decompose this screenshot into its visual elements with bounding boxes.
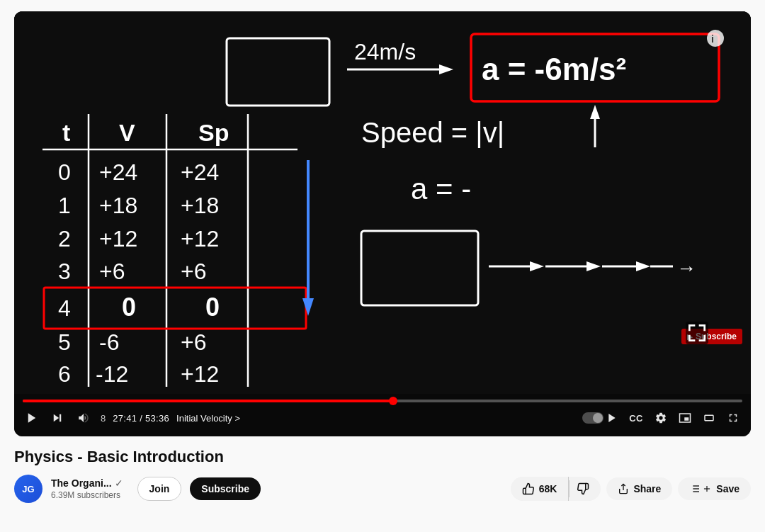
svg-text:0: 0 <box>58 159 71 185</box>
svg-text:+12: +12 <box>181 361 219 387</box>
chapter-arrow: > <box>234 413 240 424</box>
svg-text:-6: -6 <box>99 329 119 355</box>
volume-level: 8 <box>101 413 106 424</box>
svg-text:+18: +18 <box>99 193 137 218</box>
video-player: t V Sp 0 +24 +24 1 +18 +18 2 +12 +12 3 +… <box>14 11 751 436</box>
actions-right: 68K Share <box>511 477 751 501</box>
svg-marker-54 <box>54 414 60 422</box>
svg-text:V: V <box>119 119 135 146</box>
expand-icon[interactable] <box>686 322 708 344</box>
theater-button[interactable] <box>700 409 718 427</box>
dislike-button[interactable] <box>570 477 601 501</box>
svg-text:t: t <box>62 119 70 146</box>
time-display: 27:41 / 53:36 <box>113 413 169 424</box>
svg-text:-12: -12 <box>96 361 128 387</box>
total-time: 53:36 <box>145 413 169 424</box>
progress-fill <box>23 400 393 402</box>
svg-point-36 <box>707 30 724 47</box>
like-button[interactable]: 68K <box>511 477 570 501</box>
volume-button[interactable] <box>74 409 94 427</box>
share-label: Share <box>633 483 661 494</box>
channel-info: The Organi... ✓ 6.39M subscribers <box>51 477 123 500</box>
video-title: Physics - Basic Introduction <box>14 448 751 466</box>
svg-text:+18: +18 <box>181 193 219 218</box>
svg-text:6: 6 <box>58 361 71 387</box>
miniplayer-button[interactable] <box>676 409 694 427</box>
channel-name-row: The Organi... ✓ <box>51 477 123 489</box>
like-dislike-group: 68K <box>511 477 601 501</box>
svg-text:+6: +6 <box>181 329 206 355</box>
chapter-name: Initial Velocity <box>176 413 232 424</box>
svg-text:Speed = |v|: Speed = |v| <box>361 117 504 148</box>
svg-text:a = -6m/s²: a = -6m/s² <box>482 52 626 86</box>
fullscreen-button[interactable] <box>724 409 742 427</box>
svg-text:+24: +24 <box>99 159 137 185</box>
play-button[interactable] <box>23 409 41 427</box>
svg-rect-55 <box>60 414 61 422</box>
save-button[interactable]: Save <box>678 477 751 500</box>
current-time: 27:41 <box>113 413 137 424</box>
join-button[interactable]: Join <box>137 477 182 501</box>
save-label: Save <box>716 483 740 494</box>
cc-button[interactable]: CC <box>626 410 646 426</box>
svg-marker-56 <box>609 414 616 422</box>
share-button[interactable]: Share <box>606 477 672 500</box>
channel-name[interactable]: The Organi... <box>51 477 112 489</box>
svg-text:0: 0 <box>122 293 136 322</box>
channel-row: JG The Organi... ✓ 6.39M subscribers Joi… <box>14 475 751 503</box>
controls-bar: 8 27:41 / 53:36 Initial Velocity > <box>14 394 751 436</box>
svg-text:3: 3 <box>58 259 71 284</box>
controls-right: CC <box>579 409 742 427</box>
progress-bar[interactable] <box>23 400 742 402</box>
svg-text:1: 1 <box>58 193 71 218</box>
svg-text:0: 0 <box>205 293 220 322</box>
autoplay-toggle[interactable] <box>579 409 620 426</box>
svg-text:+6: +6 <box>181 259 206 284</box>
video-info: Physics - Basic Introduction JG The Orga… <box>14 436 751 509</box>
subscriber-count: 6.39M subscribers <box>51 490 123 500</box>
video-frame[interactable]: t V Sp 0 +24 +24 1 +18 +18 2 +12 +12 3 +… <box>14 11 751 394</box>
settings-button[interactable] <box>652 409 670 427</box>
verified-icon: ✓ <box>115 477 123 489</box>
svg-text:+12: +12 <box>99 226 137 251</box>
like-count: 68K <box>539 483 557 494</box>
controls-bottom: 8 27:41 / 53:36 Initial Velocity > <box>23 405 742 431</box>
skip-button[interactable] <box>48 409 67 427</box>
channel-initials: JG <box>22 484 34 494</box>
svg-text:5: 5 <box>58 329 71 355</box>
svg-text:→: → <box>676 257 696 279</box>
svg-text:2: 2 <box>58 226 71 251</box>
svg-text:4: 4 <box>58 295 71 321</box>
svg-text:a = -: a = - <box>411 172 471 205</box>
svg-text:+12: +12 <box>181 226 219 251</box>
chalkboard-content: t V Sp 0 +24 +24 1 +18 +18 2 +12 +12 3 +… <box>14 11 751 394</box>
svg-text:i: i <box>711 33 714 45</box>
svg-marker-53 <box>28 413 36 423</box>
time-separator: / <box>140 413 142 424</box>
svg-text:+24: +24 <box>181 159 219 185</box>
channel-avatar[interactable]: JG <box>14 475 42 503</box>
svg-text:Sp: Sp <box>198 119 229 146</box>
svg-text:24m/s: 24m/s <box>354 39 416 64</box>
chapter-label[interactable]: Initial Velocity > <box>176 413 240 424</box>
subscribe-button[interactable]: Subscribe <box>190 477 261 500</box>
svg-text:+6: +6 <box>99 259 125 284</box>
